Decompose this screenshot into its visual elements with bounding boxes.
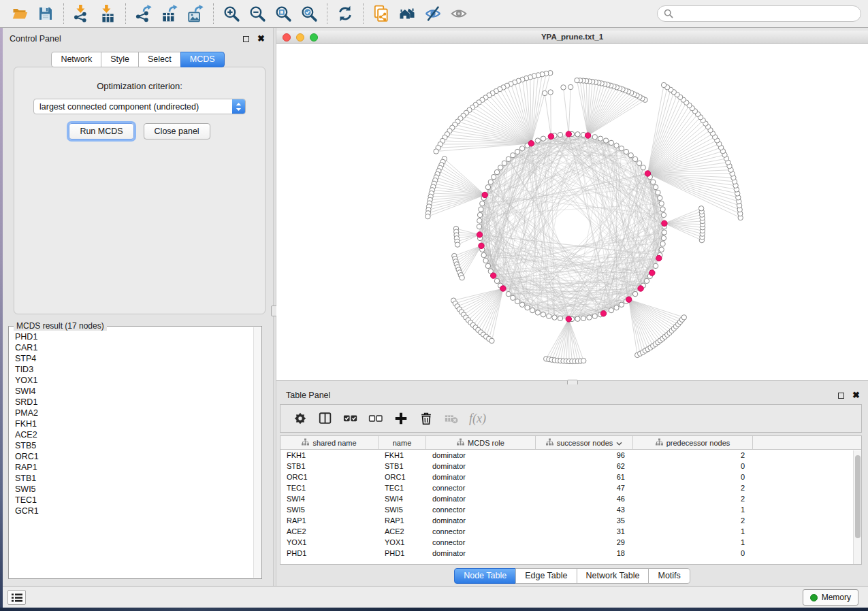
cell-shared-name: PHD1 (280, 548, 379, 559)
table-row[interactable]: YOX1YOX1connector291 (280, 537, 861, 548)
home-icon[interactable] (396, 3, 418, 24)
mcds-node-item[interactable]: SWI4 (15, 386, 248, 397)
mcds-node-item[interactable]: STP4 (15, 353, 248, 364)
search-box[interactable] (657, 5, 861, 22)
cell-name: ORC1 (379, 472, 426, 482)
toggle-graphics-details-icon[interactable] (422, 3, 444, 24)
export-network-icon[interactable] (133, 3, 155, 24)
table-row[interactable]: FKH1FKH1dominator962 (280, 450, 861, 461)
table-panel: Table Panel ✖ (276, 384, 868, 586)
zoom-selected-icon[interactable] (298, 3, 320, 24)
table-row[interactable]: ORC1ORC1dominator610 (280, 472, 861, 482)
mcds-node-item[interactable]: RAP1 (15, 462, 248, 473)
table-settings-icon[interactable] (290, 408, 310, 429)
select-all-icon[interactable] (340, 408, 361, 429)
cell-predecessor-nodes: 1 (633, 504, 753, 515)
mcds-node-item[interactable]: TID3 (15, 364, 248, 375)
table-row[interactable]: RAP1RAP1dominator352 (280, 515, 861, 526)
network-canvas[interactable] (276, 44, 868, 380)
memory-button[interactable]: Memory (803, 589, 858, 606)
column-layout-icon[interactable] (315, 408, 336, 429)
mcds-node-item[interactable]: ACE2 (15, 429, 248, 440)
mcds-node-item[interactable]: GCR1 (15, 506, 248, 516)
import-table-icon[interactable] (97, 3, 118, 24)
delete-column-icon[interactable] (416, 408, 436, 429)
tab-mcds[interactable]: MCDS (180, 52, 225, 67)
new-network-from-selection-icon[interactable] (370, 3, 392, 24)
import-network-icon[interactable] (71, 3, 93, 24)
cell-predecessor-nodes: 2 (633, 493, 753, 504)
window-minimize-icon[interactable] (296, 33, 304, 42)
table-row[interactable]: SWI5SWI5connector431 (280, 504, 861, 515)
mcds-node-item[interactable]: FKH1 (15, 418, 248, 429)
close-table-panel-icon[interactable]: ✖ (852, 392, 860, 399)
save-session-icon[interactable] (35, 3, 57, 24)
main-toolbar (0, 0, 868, 28)
column-header-successor-nodes[interactable]: successor nodes (536, 436, 633, 449)
cell-shared-name: YOX1 (280, 537, 379, 548)
task-history-button[interactable] (7, 590, 26, 605)
cell-MCDS-role: dominator (426, 472, 536, 482)
table-row[interactable]: TEC1TEC1connector472 (280, 482, 861, 493)
toolbar-separator (363, 3, 364, 24)
network-graph[interactable] (276, 44, 868, 380)
mcds-node-item[interactable]: PHD1 (15, 331, 248, 342)
status-bar: Memory (0, 586, 868, 608)
toolbar-separator (63, 3, 64, 24)
table-scrollbar[interactable] (853, 450, 861, 564)
window-close-icon[interactable] (283, 33, 291, 42)
table-row[interactable]: SWI4SWI4dominator462 (280, 493, 861, 504)
column-label: shared name (312, 439, 356, 447)
table-row[interactable]: ACE2ACE2connector311 (280, 526, 861, 537)
table-row[interactable]: PHD1PHD1dominator180 (280, 548, 861, 559)
float-panel-icon[interactable] (243, 36, 249, 42)
tab-motifs[interactable]: Motifs (648, 568, 690, 584)
zoom-fit-icon[interactable] (272, 3, 294, 24)
mcds-tab-content: Optimization criterion: largest connecte… (14, 67, 266, 314)
mcds-node-item[interactable]: STB5 (15, 440, 248, 451)
column-header-name[interactable]: name (379, 436, 426, 449)
optimization-criterion-select[interactable]: largest connected component (undirected) (33, 99, 246, 114)
float-table-panel-icon[interactable] (838, 393, 844, 399)
column-header-shared-name[interactable]: shared name (280, 436, 379, 449)
tab-network[interactable]: Network (51, 52, 101, 67)
table-scrollbar-thumb[interactable] (855, 455, 861, 538)
close-panel-icon[interactable]: ✖ (257, 35, 265, 42)
zoom-out-icon[interactable] (246, 3, 268, 24)
mcds-node-item[interactable]: SRD1 (15, 397, 248, 408)
tab-network-table[interactable]: Network Table (577, 568, 649, 584)
search-input[interactable] (677, 9, 854, 18)
zoom-in-icon[interactable] (221, 3, 242, 24)
node-table: shared namenameMCDS rolesuccessor nodesp… (280, 435, 862, 565)
open-file-icon[interactable] (9, 3, 31, 24)
cell-MCDS-role: dominator (426, 493, 536, 504)
window-maximize-icon[interactable] (310, 33, 318, 42)
mcds-node-item[interactable]: TEC1 (15, 495, 248, 506)
deselect-all-icon[interactable] (366, 408, 386, 429)
close-panel-button[interactable]: Close panel (144, 123, 210, 139)
column-label: predecessor nodes (666, 439, 730, 447)
table-row[interactable]: STB1STB1dominator620 (280, 461, 861, 472)
mcds-node-item[interactable]: STB1 (15, 473, 248, 484)
tab-style[interactable]: Style (101, 52, 139, 67)
tab-node-table[interactable]: Node Table (454, 568, 516, 584)
mcds-list-scrollbar[interactable] (253, 327, 261, 578)
export-table-icon[interactable] (159, 3, 180, 24)
tab-select[interactable]: Select (138, 52, 181, 67)
mcds-node-item[interactable]: SWI5 (15, 484, 248, 495)
mcds-node-item[interactable]: PMA2 (15, 408, 248, 418)
run-mcds-button[interactable]: Run MCDS (69, 123, 133, 139)
mcds-node-item[interactable]: YOX1 (15, 375, 248, 386)
cell-name: SWI4 (379, 493, 426, 504)
column-label: name (393, 439, 412, 447)
column-header-MCDS-role[interactable]: MCDS role (426, 436, 536, 449)
export-image-icon[interactable] (184, 3, 206, 24)
show-hide-eye-icon[interactable] (448, 3, 470, 24)
refresh-layout-icon[interactable] (334, 3, 356, 24)
mcds-node-item[interactable]: CAR1 (15, 342, 248, 353)
mcds-node-item[interactable]: ORC1 (15, 451, 248, 462)
tab-edge-table[interactable]: Edge Table (515, 568, 577, 584)
network-window-titlebar[interactable]: YPA_prune.txt_1 (276, 31, 868, 44)
column-header-predecessor-nodes[interactable]: predecessor nodes (633, 436, 753, 449)
add-column-icon[interactable] (391, 408, 411, 429)
